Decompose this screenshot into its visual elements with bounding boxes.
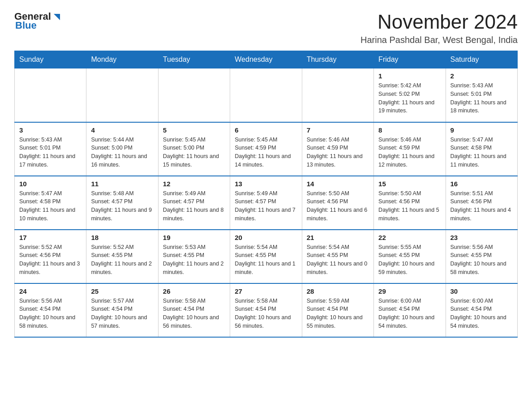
day-info: Sunrise: 5:56 AMSunset: 4:55 PMDaylight:… — [450, 243, 513, 277]
calendar-cell: 28Sunrise: 5:59 AMSunset: 4:54 PMDayligh… — [302, 283, 373, 337]
day-number: 10 — [19, 180, 82, 188]
calendar-cell: 7Sunrise: 5:46 AMSunset: 4:59 PMDaylight… — [302, 122, 373, 176]
day-info: Sunrise: 5:46 AMSunset: 4:59 PMDaylight:… — [378, 136, 441, 169]
calendar-header-wednesday: Wednesday — [230, 51, 302, 68]
day-number: 14 — [307, 180, 369, 188]
day-number: 20 — [235, 234, 297, 241]
day-number: 9 — [450, 126, 513, 134]
calendar-cell: 18Sunrise: 5:52 AMSunset: 4:55 PMDayligh… — [86, 230, 158, 283]
calendar-cell: 5Sunrise: 5:45 AMSunset: 5:00 PMDaylight… — [158, 122, 230, 176]
day-info: Sunrise: 5:58 AMSunset: 4:54 PMDaylight:… — [235, 297, 297, 330]
calendar-cell: 2Sunrise: 5:43 AMSunset: 5:01 PMDaylight… — [446, 68, 517, 122]
calendar-cell: 25Sunrise: 5:57 AMSunset: 4:54 PMDayligh… — [86, 283, 158, 337]
day-info: Sunrise: 5:47 AMSunset: 4:58 PMDaylight:… — [19, 189, 82, 223]
calendar-week-row: 1Sunrise: 5:42 AMSunset: 5:02 PMDaylight… — [15, 68, 518, 122]
calendar-cell — [158, 68, 230, 122]
calendar-header-saturday: Saturday — [446, 51, 517, 68]
calendar-header-row: SundayMondayTuesdayWednesdayThursdayFrid… — [15, 51, 518, 68]
calendar-cell: 19Sunrise: 5:53 AMSunset: 4:55 PMDayligh… — [158, 230, 230, 283]
day-number: 5 — [163, 126, 225, 134]
day-info: Sunrise: 5:51 AMSunset: 4:56 PMDaylight:… — [450, 189, 513, 223]
day-info: Sunrise: 5:45 AMSunset: 4:59 PMDaylight:… — [235, 136, 297, 169]
calendar-week-row: 24Sunrise: 5:56 AMSunset: 4:54 PMDayligh… — [15, 283, 518, 337]
day-info: Sunrise: 5:56 AMSunset: 4:54 PMDaylight:… — [19, 297, 82, 330]
day-info: Sunrise: 5:48 AMSunset: 4:57 PMDaylight:… — [91, 189, 153, 223]
day-info: Sunrise: 5:45 AMSunset: 5:00 PMDaylight:… — [163, 136, 225, 169]
day-number: 23 — [450, 234, 513, 241]
calendar-week-row: 3Sunrise: 5:43 AMSunset: 5:01 PMDaylight… — [15, 122, 518, 176]
calendar-week-row: 17Sunrise: 5:52 AMSunset: 4:56 PMDayligh… — [15, 230, 518, 283]
day-info: Sunrise: 5:44 AMSunset: 5:00 PMDaylight:… — [91, 136, 153, 169]
calendar-cell: 14Sunrise: 5:50 AMSunset: 4:56 PMDayligh… — [302, 176, 373, 230]
logo-text-blue: Blue — [15, 20, 37, 31]
day-number: 26 — [163, 287, 225, 295]
logo-arrow-icon — [52, 12, 62, 22]
day-info: Sunrise: 5:55 AMSunset: 4:55 PMDaylight:… — [378, 243, 441, 277]
calendar-cell: 20Sunrise: 5:54 AMSunset: 4:55 PMDayligh… — [230, 230, 302, 283]
calendar-header-sunday: Sunday — [15, 51, 86, 68]
calendar-table: SundayMondayTuesdayWednesdayThursdayFrid… — [14, 51, 518, 338]
calendar-cell: 13Sunrise: 5:49 AMSunset: 4:57 PMDayligh… — [230, 176, 302, 230]
logo: General Blue — [14, 11, 62, 31]
calendar-cell: 1Sunrise: 5:42 AMSunset: 5:02 PMDaylight… — [374, 68, 446, 122]
day-info: Sunrise: 5:59 AMSunset: 4:54 PMDaylight:… — [307, 297, 369, 330]
calendar-cell: 12Sunrise: 5:49 AMSunset: 4:57 PMDayligh… — [158, 176, 230, 230]
day-number: 29 — [378, 287, 441, 295]
day-number: 4 — [91, 126, 153, 134]
day-number: 28 — [307, 287, 369, 295]
page-header: General Blue November 2024 Harina Pashda… — [14, 11, 518, 45]
day-info: Sunrise: 5:57 AMSunset: 4:54 PMDaylight:… — [91, 297, 153, 330]
calendar-cell: 4Sunrise: 5:44 AMSunset: 5:00 PMDaylight… — [86, 122, 158, 176]
day-info: Sunrise: 5:49 AMSunset: 4:57 PMDaylight:… — [163, 189, 225, 223]
calendar-cell — [15, 68, 86, 122]
svg-marker-0 — [54, 14, 60, 20]
day-number: 24 — [19, 287, 82, 295]
calendar-cell: 21Sunrise: 5:54 AMSunset: 4:55 PMDayligh… — [302, 230, 373, 283]
day-info: Sunrise: 5:54 AMSunset: 4:55 PMDaylight:… — [307, 243, 369, 277]
calendar-header-tuesday: Tuesday — [158, 51, 230, 68]
page-subtitle: Harina Pashdal Bar, West Bengal, India — [360, 35, 518, 45]
calendar-cell: 16Sunrise: 5:51 AMSunset: 4:56 PMDayligh… — [446, 176, 517, 230]
day-number: 18 — [91, 234, 153, 241]
calendar-cell: 17Sunrise: 5:52 AMSunset: 4:56 PMDayligh… — [15, 230, 86, 283]
day-number: 11 — [91, 180, 153, 188]
calendar-cell: 23Sunrise: 5:56 AMSunset: 4:55 PMDayligh… — [446, 230, 517, 283]
day-number: 16 — [450, 180, 513, 188]
day-number: 7 — [307, 126, 369, 134]
day-number: 15 — [378, 180, 441, 188]
calendar-cell: 3Sunrise: 5:43 AMSunset: 5:01 PMDaylight… — [15, 122, 86, 176]
calendar-cell: 26Sunrise: 5:58 AMSunset: 4:54 PMDayligh… — [158, 283, 230, 337]
calendar-cell: 6Sunrise: 5:45 AMSunset: 4:59 PMDaylight… — [230, 122, 302, 176]
calendar-cell: 30Sunrise: 6:00 AMSunset: 4:54 PMDayligh… — [446, 283, 517, 337]
day-info: Sunrise: 6:00 AMSunset: 4:54 PMDaylight:… — [378, 297, 441, 330]
calendar-cell: 27Sunrise: 5:58 AMSunset: 4:54 PMDayligh… — [230, 283, 302, 337]
day-info: Sunrise: 6:00 AMSunset: 4:54 PMDaylight:… — [450, 297, 513, 330]
calendar-cell: 10Sunrise: 5:47 AMSunset: 4:58 PMDayligh… — [15, 176, 86, 230]
calendar-cell — [230, 68, 302, 122]
calendar-week-row: 10Sunrise: 5:47 AMSunset: 4:58 PMDayligh… — [15, 176, 518, 230]
day-number: 8 — [378, 126, 441, 134]
calendar-cell: 24Sunrise: 5:56 AMSunset: 4:54 PMDayligh… — [15, 283, 86, 337]
day-number: 25 — [91, 287, 153, 295]
day-number: 27 — [235, 287, 297, 295]
day-number: 13 — [235, 180, 297, 188]
calendar-cell: 9Sunrise: 5:47 AMSunset: 4:58 PMDaylight… — [446, 122, 517, 176]
day-info: Sunrise: 5:58 AMSunset: 4:54 PMDaylight:… — [163, 297, 225, 330]
calendar-header-friday: Friday — [374, 51, 446, 68]
calendar-cell — [302, 68, 373, 122]
calendar-cell: 15Sunrise: 5:50 AMSunset: 4:56 PMDayligh… — [374, 176, 446, 230]
title-section: November 2024 Harina Pashdal Bar, West B… — [360, 11, 518, 45]
day-info: Sunrise: 5:54 AMSunset: 4:55 PMDaylight:… — [235, 243, 297, 277]
day-info: Sunrise: 5:46 AMSunset: 4:59 PMDaylight:… — [307, 136, 369, 169]
day-info: Sunrise: 5:53 AMSunset: 4:55 PMDaylight:… — [163, 243, 225, 277]
day-info: Sunrise: 5:49 AMSunset: 4:57 PMDaylight:… — [235, 189, 297, 223]
day-number: 2 — [450, 72, 513, 80]
day-number: 22 — [378, 234, 441, 241]
day-info: Sunrise: 5:47 AMSunset: 4:58 PMDaylight:… — [450, 136, 513, 169]
day-info: Sunrise: 5:43 AMSunset: 5:01 PMDaylight:… — [450, 81, 513, 115]
calendar-header-monday: Monday — [86, 51, 158, 68]
calendar-header-thursday: Thursday — [302, 51, 373, 68]
calendar-cell — [86, 68, 158, 122]
day-number: 19 — [163, 234, 225, 241]
day-number: 3 — [19, 126, 82, 134]
